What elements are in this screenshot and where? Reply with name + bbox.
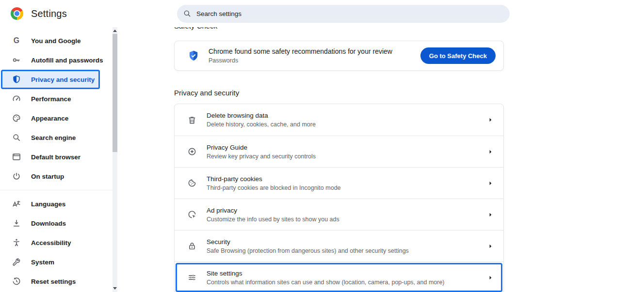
sidebar-item-performance[interactable]: Performance [0,89,113,108]
sidebar-item-label: On startup [31,173,64,180]
sidebar-item-label: Autofill and passwords [31,57,103,64]
row-ad-privacy[interactable]: Ad privacy Customize the info used by si… [175,199,503,230]
sidebar-item-you-and-google[interactable]: G You and Google [0,31,113,50]
sidebar-item-label: Default browser [31,154,80,161]
sidebar: G You and Google Autofill and passwords … [0,27,113,292]
sidebar-divider [0,190,113,190]
safety-check-text: Chrome found some safety recommendations… [209,47,420,64]
sidebar-item-privacy-and-security[interactable]: Privacy and security [1,70,100,89]
privacy-guide-icon [187,147,197,156]
trash-icon [187,115,197,125]
header: Settings Search settings [0,0,644,27]
row-title: Third-party cookies [207,175,487,183]
row-title: Privacy Guide [207,144,487,151]
sidebar-item-default-browser[interactable]: Default browser [0,147,113,167]
row-title: Security [207,238,487,246]
sidebar-item-appearance[interactable]: Appearance [0,108,113,128]
key-icon [12,55,21,65]
brand: Settings [0,7,177,20]
privacy-settings-card: Delete browsing data Delete history, coo… [174,104,504,292]
reset-icon [12,277,21,286]
speedometer-icon [12,94,21,104]
cookie-icon [187,178,197,188]
chevron-right-icon [487,117,494,123]
main-content: Safety Check Chrome found some safety re… [117,27,644,292]
row-privacy-guide[interactable]: Privacy Guide Review key privacy and sec… [175,136,503,167]
row-subtitle: Safe Browsing (protection from dangerous… [207,247,487,254]
sidebar-item-label: Privacy and security [31,76,95,83]
safety-check-section-title: Safety Check [174,27,644,31]
chevron-right-icon [487,149,494,155]
row-third-party-cookies[interactable]: Third-party cookies Third-party cookies … [175,167,503,199]
sidebar-item-reset-settings[interactable]: Reset settings [0,272,113,291]
sidebar-item-label: Performance [31,95,71,103]
sidebar-item-label: You and Google [31,37,81,45]
chrome-settings-window: Settings Search settings G You and Googl… [0,0,644,292]
sidebar-item-downloads[interactable]: Downloads [0,214,113,233]
row-subtitle: Third-party cookies are blocked in Incog… [207,184,487,191]
row-title: Site settings [207,270,487,277]
sidebar-item-label: Search engine [31,134,76,141]
sidebar-item-autofill-and-passwords[interactable]: Autofill and passwords [0,50,113,70]
sidebar-scrollbar[interactable] [113,27,117,292]
row-title: Delete browsing data [207,112,487,119]
page-title: Settings [31,8,67,19]
scrollbar-up-arrow-icon[interactable] [113,30,117,32]
row-delete-browsing-data[interactable]: Delete browsing data Delete history, coo… [175,104,503,136]
row-text: Site settings Controls what information … [207,270,487,286]
layout: G You and Google Autofill and passwords … [0,27,644,292]
tune-icon [187,273,197,282]
row-text: Ad privacy Customize the info used by si… [207,207,487,223]
safety-check-card: Chrome found some safety recommendations… [174,41,504,71]
scrollbar-thumb[interactable] [113,34,117,152]
row-subtitle: Controls what information sites can use … [207,279,487,286]
row-site-settings[interactable]: Site settings Controls what information … [175,261,503,292]
privacy-section-title: Privacy and security [174,88,644,98]
chevron-right-icon [487,180,494,186]
palette-icon [12,113,21,123]
search-placeholder: Search settings [196,10,242,17]
chevron-right-icon [487,275,494,281]
row-text: Delete browsing data Delete history, coo… [207,112,487,128]
translate-icon [12,199,21,209]
browser-window-icon [12,152,21,162]
lock-icon [187,241,197,251]
download-icon [12,218,21,228]
row-subtitle: Customize the info used by sites to show… [207,216,487,223]
chevron-right-icon [487,243,494,249]
sidebar-item-label: Accessibility [31,239,71,246]
sidebar-item-label: Downloads [31,220,66,227]
accessibility-icon [12,238,21,247]
row-text: Privacy Guide Review key privacy and sec… [207,144,487,160]
wrench-icon [12,257,21,267]
sidebar-item-languages[interactable]: Languages [0,194,113,214]
go-to-safety-check-button[interactable]: Go to Safety Check [420,47,496,64]
svg-text:G: G [14,36,19,45]
sidebar-item-label: Appearance [31,115,68,122]
chevron-right-icon [487,212,494,218]
row-text: Security Safe Browsing (protection from … [207,238,487,254]
search-icon [183,9,192,18]
safety-shield-icon [187,49,200,62]
sidebar-item-search-engine[interactable]: Search engine [0,128,113,147]
row-title: Ad privacy [207,207,487,214]
search-settings-input[interactable]: Search settings [177,5,510,23]
magnifier-icon [12,133,21,142]
sidebar-item-label: Reset settings [31,278,76,285]
sidebar-item-label: System [31,259,54,266]
sidebar-item-system[interactable]: System [0,252,113,272]
row-subtitle: Delete history, cookies, cache, and more [207,121,487,128]
sidebar-item-accessibility[interactable]: Accessibility [0,233,113,252]
google-g-icon: G [12,36,21,46]
sidebar-item-label: Languages [31,200,65,208]
ad-click-icon [187,210,197,219]
sidebar-item-on-startup[interactable]: On startup [0,167,113,186]
shield-icon [12,75,21,84]
row-security[interactable]: Security Safe Browsing (protection from … [175,230,503,261]
scrollbar-down-arrow-icon[interactable] [113,287,117,290]
safety-check-detail: Passwords [209,57,420,64]
chrome-logo-icon [11,7,23,20]
safety-check-message: Chrome found some safety recommendations… [209,47,420,55]
row-text: Third-party cookies Third-party cookies … [207,175,487,191]
row-subtitle: Review key privacy and security controls [207,153,487,160]
